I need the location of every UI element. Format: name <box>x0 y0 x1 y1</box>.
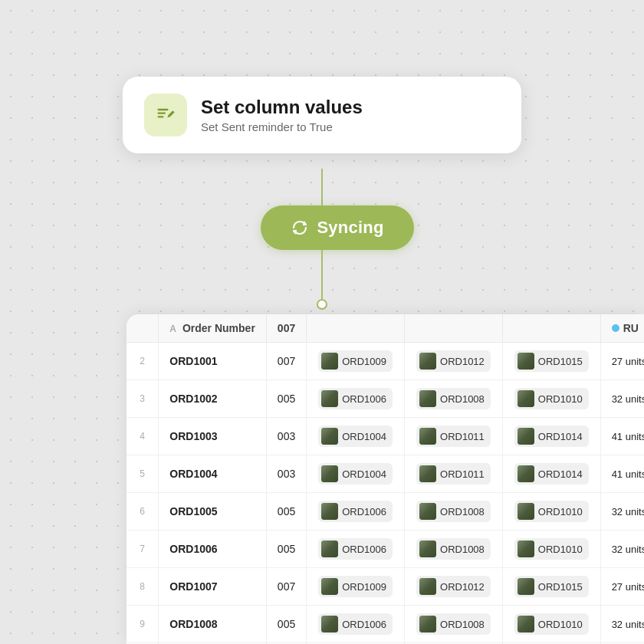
syncing-label: Syncing <box>317 218 383 238</box>
cell-row-num: 6 <box>127 493 159 531</box>
product-chip: ORD1011 <box>416 426 491 447</box>
table-row: 3 ORD1002 005 ORD1006 ORD1008 ORD1010 32… <box>127 380 644 418</box>
edit-list-icon <box>155 104 176 126</box>
cell-col3: ORD1009 <box>307 343 405 380</box>
product-thumb <box>518 465 534 482</box>
cell-col2: 005 <box>266 380 306 418</box>
product-thumb <box>518 390 534 407</box>
cell-row-num: 2 <box>127 343 159 380</box>
table-row: 9 ORD1008 005 ORD1006 ORD1008 ORD1010 32… <box>127 606 644 643</box>
cell-units: 41 units <box>600 455 644 493</box>
syncing-button[interactable]: Syncing <box>261 205 414 250</box>
cell-col2: 005 <box>266 606 306 643</box>
cell-units: 32 units <box>600 380 644 418</box>
product-chip: ORD1004 <box>318 463 393 485</box>
cell-order-number: ORD1008 <box>159 606 266 643</box>
cell-col5: ORD1010 <box>502 380 600 418</box>
product-chip: ORD1006 <box>318 501 393 522</box>
product-chip: ORD1008 <box>416 388 491 409</box>
th-ru: RU <box>600 314 644 343</box>
cell-row-num: 7 <box>127 531 159 568</box>
product-thumb <box>419 540 436 557</box>
product-thumb <box>321 503 338 520</box>
cell-col3: ORD1006 <box>307 606 405 643</box>
cell-col2: 007 <box>266 343 306 380</box>
product-chip: ORD1010 <box>514 613 589 635</box>
cell-col2: 003 <box>266 418 306 455</box>
product-chip: ORD1009 <box>318 576 393 597</box>
product-thumb <box>419 465 436 482</box>
cell-col5: ORD1015 <box>502 343 600 380</box>
action-icon <box>144 94 187 136</box>
cell-col4: ORD1008 <box>405 606 503 643</box>
product-chip: ORD1006 <box>318 538 393 560</box>
cell-order-number: ORD1002 <box>159 380 266 418</box>
product-thumb <box>518 616 534 632</box>
th-col4 <box>405 314 503 343</box>
cell-order-number: ORD1004 <box>159 455 266 493</box>
cell-col5: ORD1010 <box>502 493 600 531</box>
table-row: 6 ORD1005 005 ORD1006 ORD1008 ORD1010 32… <box>127 493 644 531</box>
th-col2: 007 <box>266 314 306 343</box>
data-table: A Order Number 007 RU 2 ORD1001 007 <box>127 314 644 644</box>
product-thumb <box>518 428 534 445</box>
cell-units: 32 units <box>600 606 644 643</box>
cell-col5: ORD1014 <box>502 455 600 493</box>
th-col3 <box>307 314 405 343</box>
cell-col2: 005 <box>266 531 306 568</box>
cell-col4: ORD1008 <box>405 493 503 531</box>
product-chip: ORD1004 <box>318 426 393 447</box>
table-row: 8 ORD1007 007 ORD1009 ORD1012 ORD1015 27… <box>127 568 644 606</box>
cell-col5: ORD1014 <box>502 418 600 455</box>
product-chip: ORD1014 <box>514 426 589 447</box>
cell-units: 32 units <box>600 531 644 568</box>
product-chip: ORD1008 <box>416 501 491 522</box>
cell-col4: ORD1008 <box>405 380 503 418</box>
cell-col4: ORD1008 <box>405 531 503 568</box>
cell-col3: ORD1004 <box>307 455 405 493</box>
cell-order-number: ORD1006 <box>159 531 266 568</box>
product-thumb <box>321 390 338 407</box>
th-order-number: A Order Number <box>159 314 266 343</box>
cell-col4: ORD1012 <box>405 343 503 380</box>
cell-col2: 005 <box>266 493 306 531</box>
cell-col4: ORD1012 <box>405 568 503 606</box>
cell-col3: ORD1006 <box>307 380 405 418</box>
product-chip: ORD1010 <box>514 388 589 409</box>
product-chip: ORD1014 <box>514 463 589 485</box>
product-thumb <box>518 353 534 370</box>
product-chip: ORD1010 <box>514 501 589 522</box>
connector-bottom <box>321 250 323 304</box>
table-row: 7 ORD1006 005 ORD1006 ORD1008 ORD1010 32… <box>127 531 644 568</box>
text-col-icon: A <box>169 324 176 334</box>
table-container: A Order Number 007 RU 2 ORD1001 007 <box>127 314 644 644</box>
cell-col5: ORD1015 <box>502 568 600 606</box>
product-thumb <box>518 540 534 557</box>
table-row: 2 ORD1001 007 ORD1009 ORD1012 ORD1015 27… <box>127 343 644 380</box>
product-chip: ORD1015 <box>514 576 589 597</box>
product-thumb <box>419 353 436 370</box>
product-thumb <box>518 578 534 595</box>
product-chip: ORD1006 <box>318 613 393 635</box>
cell-order-number: ORD1001 <box>159 343 266 380</box>
product-chip: ORD1006 <box>318 388 393 409</box>
product-thumb <box>419 390 436 407</box>
cell-row-num: 5 <box>127 455 159 493</box>
product-thumb <box>419 616 436 632</box>
action-card: Set column values Set Sent reminder to T… <box>123 77 521 153</box>
product-thumb <box>321 353 338 370</box>
cell-units: 41 units <box>600 418 644 455</box>
cell-col2: 003 <box>266 455 306 493</box>
th-col5 <box>502 314 600 343</box>
product-chip: ORD1010 <box>514 538 589 560</box>
cell-row-num: 9 <box>127 606 159 643</box>
product-thumb <box>321 428 338 445</box>
product-thumb <box>419 503 436 520</box>
cell-col5: ORD1010 <box>502 606 600 643</box>
cell-col3: ORD1004 <box>307 418 405 455</box>
table-row: 4 ORD1003 003 ORD1004 ORD1011 ORD1014 41… <box>127 418 644 455</box>
product-thumb <box>419 578 436 595</box>
table-header-row: A Order Number 007 RU <box>127 314 644 343</box>
ru-dot <box>612 324 619 332</box>
cell-order-number: ORD1007 <box>159 568 266 606</box>
